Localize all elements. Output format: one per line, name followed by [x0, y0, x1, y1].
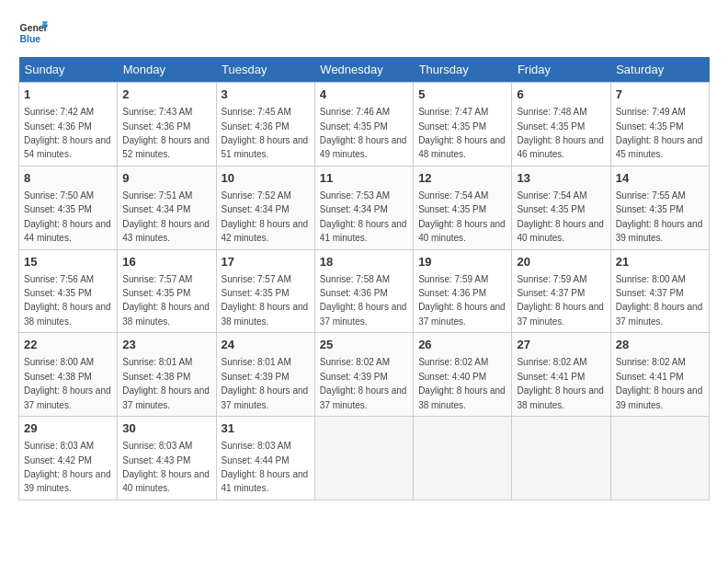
day-info: Sunrise: 7:46 AMSunset: 4:35 PMDaylight:… [320, 107, 407, 159]
calendar-cell: 25 Sunrise: 8:02 AMSunset: 4:39 PMDaylig… [314, 333, 413, 417]
calendar-cell: 8 Sunrise: 7:50 AMSunset: 4:35 PMDayligh… [19, 166, 118, 249]
day-info: Sunrise: 8:02 AMSunset: 4:41 PMDaylight:… [517, 357, 604, 409]
col-monday: Monday [118, 57, 216, 83]
calendar-cell: 16 Sunrise: 7:57 AMSunset: 4:35 PMDaylig… [118, 249, 216, 333]
day-info: Sunrise: 8:03 AMSunset: 4:42 PMDaylight:… [24, 441, 111, 493]
calendar-cell: 19 Sunrise: 7:59 AMSunset: 4:36 PMDaylig… [414, 249, 512, 333]
logo: General Blue [18, 18, 48, 48]
calendar-cell: 24 Sunrise: 8:01 AMSunset: 4:39 PMDaylig… [216, 333, 314, 417]
day-number: 2 [122, 86, 210, 103]
calendar-cell: 1 Sunrise: 7:42 AMSunset: 4:36 PMDayligh… [19, 83, 118, 167]
calendar-cell: 5 Sunrise: 7:47 AMSunset: 4:35 PMDayligh… [414, 83, 512, 167]
day-number: 20 [517, 254, 605, 270]
svg-text:Blue: Blue [20, 34, 41, 44]
calendar-cell: 10 Sunrise: 7:52 AMSunset: 4:34 PMDaylig… [216, 166, 314, 249]
calendar-cell: 29 Sunrise: 8:03 AMSunset: 4:42 PMDaylig… [19, 417, 118, 500]
calendar-cell: 9 Sunrise: 7:51 AMSunset: 4:34 PMDayligh… [118, 166, 216, 249]
day-info: Sunrise: 8:01 AMSunset: 4:39 PMDaylight:… [222, 357, 309, 409]
day-info: Sunrise: 7:59 AMSunset: 4:37 PMDaylight:… [517, 274, 604, 327]
day-number: 16 [122, 254, 210, 270]
col-thursday: Thursday [414, 57, 512, 83]
calendar-week-5: 29 Sunrise: 8:03 AMSunset: 4:42 PMDaylig… [19, 417, 710, 500]
day-info: Sunrise: 8:03 AMSunset: 4:44 PMDaylight:… [222, 441, 309, 493]
day-info: Sunrise: 7:57 AMSunset: 4:35 PMDaylight:… [222, 274, 309, 327]
calendar-cell [414, 417, 512, 500]
day-info: Sunrise: 7:56 AMSunset: 4:35 PMDaylight:… [24, 274, 111, 327]
day-info: Sunrise: 7:54 AMSunset: 4:35 PMDaylight:… [517, 190, 604, 243]
calendar-cell: 23 Sunrise: 8:01 AMSunset: 4:38 PMDaylig… [118, 333, 216, 417]
day-number: 23 [122, 337, 210, 353]
day-number: 19 [418, 254, 506, 270]
day-number: 6 [517, 86, 605, 103]
day-info: Sunrise: 8:00 AMSunset: 4:38 PMDaylight:… [24, 357, 111, 409]
day-info: Sunrise: 7:45 AMSunset: 4:36 PMDaylight:… [222, 107, 309, 159]
day-number: 9 [122, 170, 210, 187]
page-header: General Blue [18, 18, 710, 48]
day-info: Sunrise: 7:52 AMSunset: 4:34 PMDaylight:… [222, 190, 309, 243]
day-info: Sunrise: 8:02 AMSunset: 4:39 PMDaylight:… [320, 357, 407, 409]
day-info: Sunrise: 7:42 AMSunset: 4:36 PMDaylight:… [24, 107, 111, 159]
day-number: 5 [418, 86, 506, 103]
day-number: 30 [122, 420, 210, 437]
day-number: 8 [24, 170, 112, 187]
day-number: 18 [320, 254, 408, 270]
day-number: 26 [418, 337, 506, 353]
day-number: 22 [24, 337, 112, 353]
day-info: Sunrise: 8:00 AMSunset: 4:37 PMDaylight:… [616, 274, 703, 327]
col-saturday: Saturday [610, 57, 709, 83]
col-tuesday: Tuesday [216, 57, 314, 83]
day-info: Sunrise: 7:59 AMSunset: 4:36 PMDaylight:… [418, 274, 506, 327]
day-info: Sunrise: 8:01 AMSunset: 4:38 PMDaylight:… [122, 357, 210, 409]
day-info: Sunrise: 7:55 AMSunset: 4:35 PMDaylight:… [616, 190, 703, 243]
col-friday: Friday [512, 57, 610, 83]
calendar-cell: 15 Sunrise: 7:56 AMSunset: 4:35 PMDaylig… [19, 249, 118, 333]
day-number: 4 [320, 86, 408, 103]
calendar-cell: 28 Sunrise: 8:02 AMSunset: 4:41 PMDaylig… [610, 333, 709, 417]
day-number: 29 [24, 420, 112, 437]
calendar-cell: 21 Sunrise: 8:00 AMSunset: 4:37 PMDaylig… [610, 249, 709, 333]
calendar-cell: 13 Sunrise: 7:54 AMSunset: 4:35 PMDaylig… [512, 166, 610, 249]
day-number: 11 [320, 170, 408, 187]
day-info: Sunrise: 7:53 AMSunset: 4:34 PMDaylight:… [320, 190, 407, 243]
header-row: Sunday Monday Tuesday Wednesday Thursday… [19, 57, 710, 83]
day-number: 10 [222, 170, 310, 187]
calendar-table: Sunday Monday Tuesday Wednesday Thursday… [18, 57, 710, 500]
day-info: Sunrise: 7:51 AMSunset: 4:34 PMDaylight:… [122, 190, 210, 243]
day-number: 1 [24, 86, 112, 103]
calendar-cell: 14 Sunrise: 7:55 AMSunset: 4:35 PMDaylig… [610, 166, 709, 249]
calendar-cell: 17 Sunrise: 7:57 AMSunset: 4:35 PMDaylig… [216, 249, 314, 333]
calendar-week-3: 15 Sunrise: 7:56 AMSunset: 4:35 PMDaylig… [19, 249, 710, 333]
calendar-cell: 31 Sunrise: 8:03 AMSunset: 4:44 PMDaylig… [216, 417, 314, 500]
calendar-week-1: 1 Sunrise: 7:42 AMSunset: 4:36 PMDayligh… [19, 83, 710, 167]
calendar-cell: 18 Sunrise: 7:58 AMSunset: 4:36 PMDaylig… [314, 249, 413, 333]
day-number: 31 [222, 420, 310, 437]
day-number: 17 [222, 254, 310, 270]
calendar-cell: 26 Sunrise: 8:02 AMSunset: 4:40 PMDaylig… [414, 333, 512, 417]
calendar-cell: 6 Sunrise: 7:48 AMSunset: 4:35 PMDayligh… [512, 83, 610, 167]
day-info: Sunrise: 8:02 AMSunset: 4:41 PMDaylight:… [616, 357, 703, 409]
calendar-cell: 4 Sunrise: 7:46 AMSunset: 4:35 PMDayligh… [314, 83, 413, 167]
calendar-cell: 2 Sunrise: 7:43 AMSunset: 4:36 PMDayligh… [118, 83, 216, 167]
calendar-cell [610, 417, 709, 500]
day-number: 27 [517, 337, 605, 353]
day-number: 7 [616, 86, 704, 103]
calendar-cell: 12 Sunrise: 7:54 AMSunset: 4:35 PMDaylig… [414, 166, 512, 249]
day-number: 14 [616, 170, 704, 187]
calendar-cell [512, 417, 610, 500]
day-info: Sunrise: 7:48 AMSunset: 4:35 PMDaylight:… [517, 107, 604, 159]
day-number: 3 [222, 86, 310, 103]
calendar-cell: 20 Sunrise: 7:59 AMSunset: 4:37 PMDaylig… [512, 249, 610, 333]
day-info: Sunrise: 7:54 AMSunset: 4:35 PMDaylight:… [418, 190, 506, 243]
calendar-cell: 11 Sunrise: 7:53 AMSunset: 4:34 PMDaylig… [314, 166, 413, 249]
day-number: 21 [616, 254, 704, 270]
day-number: 24 [222, 337, 310, 353]
day-info: Sunrise: 8:02 AMSunset: 4:40 PMDaylight:… [418, 357, 506, 409]
day-number: 12 [418, 170, 506, 187]
calendar-cell: 3 Sunrise: 7:45 AMSunset: 4:36 PMDayligh… [216, 83, 314, 167]
calendar-week-4: 22 Sunrise: 8:00 AMSunset: 4:38 PMDaylig… [19, 333, 710, 417]
calendar-cell: 27 Sunrise: 8:02 AMSunset: 4:41 PMDaylig… [512, 333, 610, 417]
day-info: Sunrise: 7:57 AMSunset: 4:35 PMDaylight:… [122, 274, 210, 327]
day-info: Sunrise: 7:50 AMSunset: 4:35 PMDaylight:… [24, 190, 111, 243]
day-info: Sunrise: 7:43 AMSunset: 4:36 PMDaylight:… [122, 107, 210, 159]
logo-icon: General Blue [18, 18, 48, 48]
